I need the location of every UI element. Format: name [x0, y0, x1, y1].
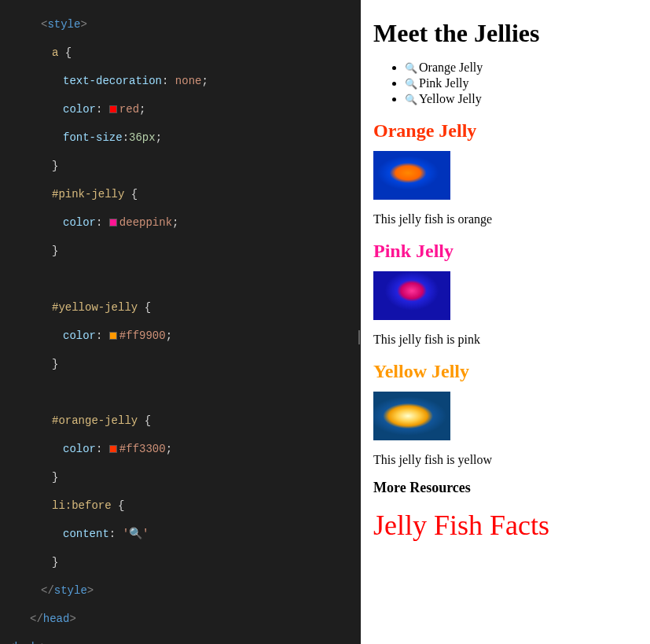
jelly-facts-link[interactable]: Jelly Fish Facts: [373, 510, 549, 541]
resources-heading: More Resources: [373, 480, 637, 496]
css-prop: color: [63, 216, 96, 229]
page-title: Meet the Jellies: [373, 19, 637, 48]
css-selector: li:before: [52, 499, 112, 512]
preview-pane: Meet the Jellies Orange Jelly Pink Jelly…: [361, 0, 650, 644]
yellow-jelly-image: [373, 392, 450, 440]
css-prop: color: [63, 329, 96, 342]
color-swatch-icon: [109, 445, 117, 453]
css-val: #ff9900: [119, 329, 166, 342]
orange-jelly-image: [373, 151, 450, 200]
pane-splitter[interactable]: [358, 0, 361, 644]
pink-jelly-heading: Pink Jelly: [373, 241, 637, 262]
code-editor[interactable]: <style> a { text-decoration: none; color…: [0, 0, 358, 644]
pink-jelly-image: [373, 271, 450, 320]
css-prop: text-decoration: [63, 75, 162, 87]
css-val: red: [119, 103, 139, 116]
list-item: Yellow Jelly: [405, 92, 637, 106]
css-prop: color: [63, 103, 96, 116]
css-val: none: [175, 75, 202, 87]
css-prop: color: [63, 443, 96, 455]
list-item: Orange Jelly: [405, 61, 637, 75]
color-swatch-icon: [109, 105, 117, 113]
css-val: 36px: [129, 131, 156, 144]
css-val: deeppink: [119, 216, 172, 229]
pink-jelly-desc: This jelly fish is pink: [373, 333, 637, 347]
list-item: Pink Jelly: [405, 76, 637, 90]
css-prop: font-size: [63, 131, 123, 144]
yellow-jelly-heading: Yellow Jelly: [373, 361, 637, 382]
css-val: '🔍': [123, 528, 149, 540]
css-selector: #orange-jelly: [52, 414, 138, 427]
css-prop: content: [63, 528, 109, 540]
color-swatch-icon: [109, 332, 117, 340]
orange-jelly-heading: Orange Jelly: [373, 120, 637, 142]
yellow-jelly-desc: This jelly fish is yellow: [373, 453, 637, 467]
color-swatch-icon: [109, 219, 117, 226]
css-selector: #yellow-jelly: [52, 301, 138, 314]
css-selector: #pink-jelly: [52, 188, 124, 201]
css-selector: a: [52, 46, 58, 59]
css-val: #ff3300: [119, 443, 166, 455]
orange-jelly-desc: This jelly fish is orange: [373, 212, 637, 226]
jelly-list: Orange Jelly Pink Jelly Yellow Jelly: [373, 61, 637, 106]
